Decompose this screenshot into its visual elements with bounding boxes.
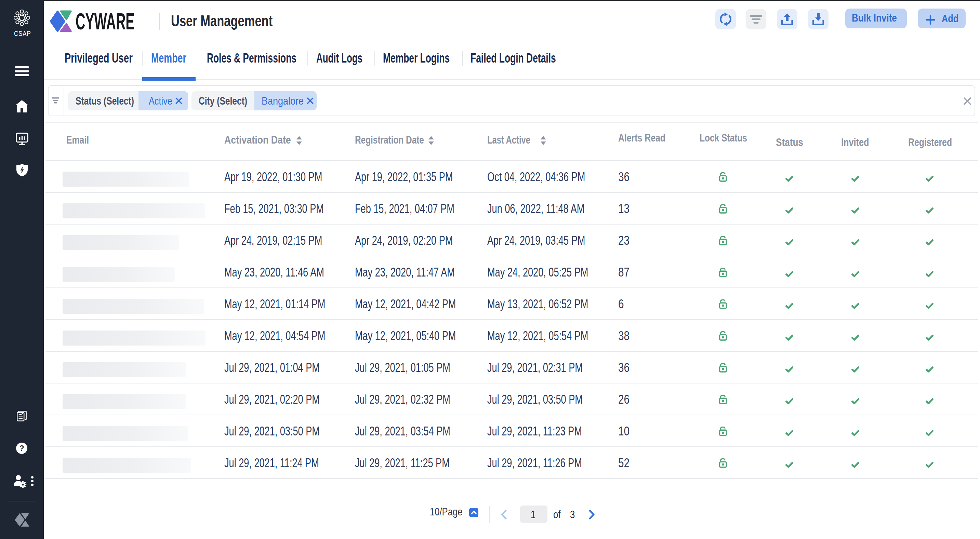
svg-text:?: ? bbox=[19, 444, 24, 453]
